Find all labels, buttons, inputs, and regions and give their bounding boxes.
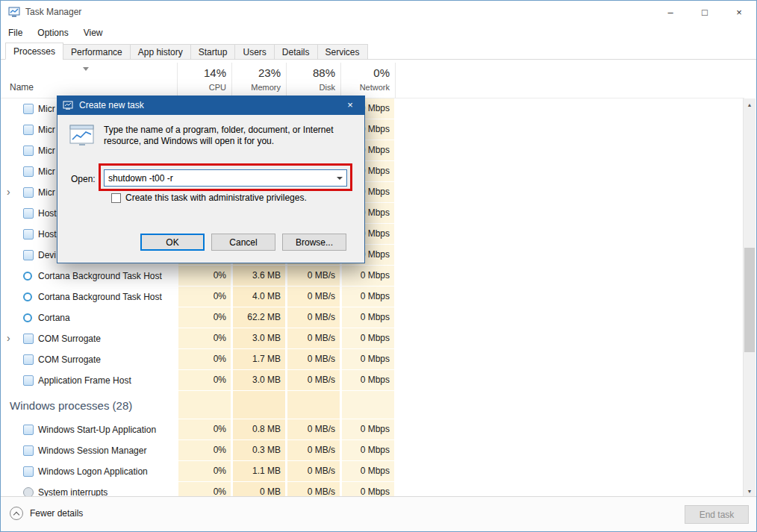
disk-cell: 0 MB/s (287, 307, 340, 328)
tab-users[interactable]: Users (234, 44, 274, 60)
admin-privileges-checkbox[interactable] (111, 193, 121, 203)
memory-cell (233, 391, 285, 419)
column-header-memory[interactable]: 23%Memory (233, 60, 285, 98)
end-task-button[interactable]: End task (685, 505, 749, 524)
network-cell: 0 Mbps (342, 440, 394, 461)
window-process-icon (23, 166, 34, 177)
column-label: Disk (287, 83, 335, 92)
process-name: Host (38, 208, 57, 219)
vertical-scrollbar[interactable]: ▲ ▼ (743, 98, 756, 498)
dialog-title-bar[interactable]: Create new task × (57, 96, 365, 115)
disk-cell: 0 MB/s (287, 461, 340, 482)
scroll-up-icon[interactable]: ▲ (744, 98, 756, 111)
process-row[interactable]: COM Surrogate0%1.7 MB0 MB/s0 Mbps (1, 349, 744, 370)
tab-details[interactable]: Details (274, 44, 318, 60)
maximize-button[interactable]: □ (688, 1, 722, 23)
memory-cell: 0 MB (233, 482, 285, 498)
cpu-cell: 0% (178, 287, 231, 307)
column-total-percent: 0% (342, 66, 390, 79)
column-header-disk[interactable]: 88%Disk (287, 60, 340, 98)
expand-chevron-icon[interactable]: › (7, 186, 10, 198)
name-cell: Cortana Background Task Host (1, 287, 176, 307)
chevron-up-circle-icon (10, 507, 23, 520)
window-process-icon (23, 334, 34, 344)
cancel-button[interactable]: Cancel (211, 234, 275, 251)
network-cell: 0 Mbps (342, 482, 394, 498)
disk-cell: 0 MB/s (287, 440, 340, 461)
process-row[interactable]: Application Frame Host0%3.0 MB0 MB/s0 Mb… (1, 370, 744, 391)
process-name: COM Surrogate (38, 334, 101, 344)
window-process-icon (23, 229, 34, 240)
column-total-percent: 88% (287, 66, 335, 79)
process-name: Windows Session Manager (38, 445, 146, 456)
tab-processes[interactable]: Processes (5, 43, 63, 60)
tab-bar: ProcessesPerformanceApp historyStartupUs… (1, 42, 756, 60)
process-name: Cortana Background Task Host (38, 271, 162, 281)
expand-chevron-icon[interactable]: › (7, 332, 10, 344)
open-label: Open: (71, 174, 96, 184)
cpu-cell: 0% (178, 328, 231, 349)
menu-view[interactable]: View (76, 25, 110, 41)
process-row[interactable]: Windows Start-Up Application0%0.8 MB0 MB… (1, 419, 744, 440)
task-manager-window: Task Manager – □ × File Options View Pro… (0, 0, 757, 532)
tab-performance[interactable]: Performance (63, 44, 131, 60)
process-row[interactable]: Cortana Background Task Host0%4.0 MB0 MB… (1, 287, 744, 307)
fewer-details-toggle[interactable]: Fewer details (10, 507, 83, 520)
memory-cell: 4.0 MB (233, 287, 285, 307)
tab-app-history[interactable]: App history (130, 44, 191, 60)
cpu-cell: 0% (178, 440, 231, 461)
disk-cell: 0 MB/s (287, 266, 340, 287)
column-header-name[interactable]: Name (10, 82, 34, 93)
name-cell: Windows Logon Application (1, 461, 176, 482)
cpu-cell (178, 391, 231, 419)
minimize-button[interactable]: – (653, 1, 688, 23)
window-process-icon (23, 425, 34, 435)
column-divider (395, 63, 396, 98)
menu-options[interactable]: Options (30, 25, 75, 41)
process-row[interactable]: Windows Session Manager0%0.3 MB0 MB/s0 M… (1, 440, 744, 461)
run-program-icon (69, 125, 95, 147)
ok-button[interactable]: OK (140, 234, 205, 251)
process-name: Micr (38, 187, 55, 198)
process-row[interactable]: Cortana Background Task Host0%3.6 MB0 MB… (1, 266, 744, 287)
process-row[interactable]: ›COM Surrogate0%3.0 MB0 MB/s0 Mbps (1, 328, 744, 349)
scrollbar-thumb[interactable] (744, 248, 755, 352)
network-cell: 0 Mbps (342, 307, 394, 328)
memory-cell: 1.7 MB (233, 349, 285, 370)
dialog-title: Create new task (79, 100, 144, 110)
process-row[interactable]: Cortana0%62.2 MB0 MB/s0 Mbps (1, 307, 744, 328)
process-row[interactable]: System interrupts0%0 MB0 MB/s0 Mbps (1, 482, 744, 498)
dialog-close-button[interactable]: × (334, 95, 366, 114)
column-divider (231, 63, 232, 98)
column-header-cpu[interactable]: 14%CPU (178, 60, 231, 98)
combo-dropdown-icon[interactable] (333, 170, 346, 186)
process-group-row[interactable]: Windows processes (28) (1, 391, 744, 419)
name-cell: Windows Start-Up Application (1, 419, 176, 440)
title-bar[interactable]: Task Manager – □ × (1, 1, 756, 23)
cpu-cell: 0% (178, 482, 231, 498)
process-name: Micr (38, 104, 55, 114)
menu-file[interactable]: File (1, 25, 30, 41)
admin-privileges-label: Create this task with administrative pri… (125, 193, 307, 203)
window-process-icon (23, 375, 34, 386)
open-combobox[interactable]: shutdown -t00 -r (104, 169, 347, 187)
tab-services[interactable]: Services (317, 44, 368, 60)
window-process-icon (23, 354, 34, 365)
column-header-network[interactable]: 0%Network (342, 60, 394, 98)
tab-startup[interactable]: Startup (190, 44, 236, 60)
process-name: Cortana (38, 313, 70, 323)
browse-button[interactable]: Browse... (282, 234, 346, 251)
disk-cell: 0 MB/s (287, 419, 340, 440)
footer-bar: Fewer details End task (1, 496, 756, 531)
cpu-cell: 0% (178, 461, 231, 482)
fewer-details-label: Fewer details (30, 508, 83, 519)
window-process-icon (23, 104, 34, 114)
close-button[interactable]: × (722, 1, 756, 23)
process-row[interactable]: Windows Logon Application0%1.1 MB0 MB/s0… (1, 461, 744, 482)
column-label: Memory (233, 83, 281, 92)
dialog-title-icon (63, 100, 73, 110)
process-name: Windows Start-Up Application (38, 425, 156, 435)
cpu-cell: 0% (178, 419, 231, 440)
dialog-message: Type the name of a program, folder, docu… (104, 125, 358, 147)
process-name: Application Frame Host (38, 375, 131, 386)
